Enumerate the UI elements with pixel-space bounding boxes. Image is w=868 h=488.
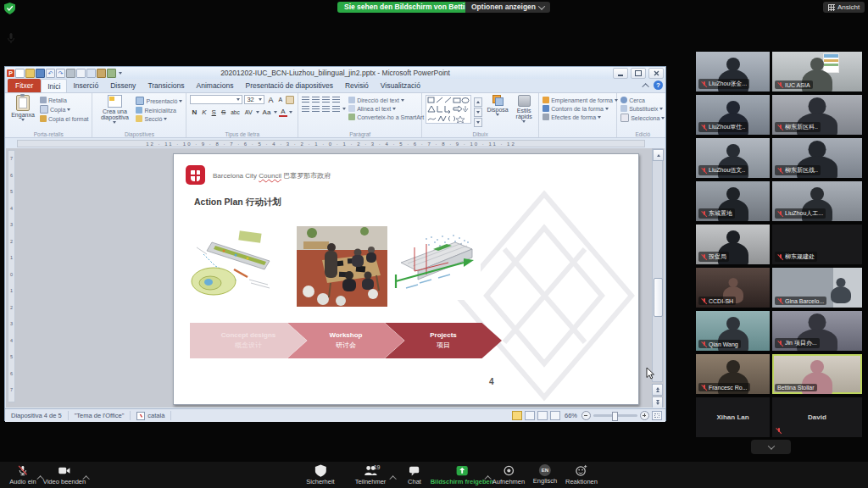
paste-button[interactable]: Enganxa [8,95,37,130]
shapes-scroll-down[interactable] [474,108,482,117]
share-options-button[interactable]: Optionen anzeigen [465,2,550,13]
arrange-button[interactable]: Disposa [485,95,510,130]
email-icon[interactable] [97,69,106,78]
participant-tile[interactable]: CCDI-SH [696,268,770,308]
quick-access-toolbar[interactable]: P ↶ ↷ [5,69,122,78]
help-icon[interactable]: ? [654,80,663,90]
slide-canvas[interactable]: Barcelona City Council 巴塞罗那市政府 Action Pl… [173,153,639,405]
align-left-icon[interactable] [302,106,309,112]
cut-button[interactable]: Retalla [40,97,88,103]
tab-slideshow[interactable]: Presentació de diapositives [239,79,338,92]
tab-review[interactable]: Revisió [339,79,375,92]
scrollbar-thumb[interactable] [654,278,663,317]
qat-dropdown-icon[interactable] [119,72,122,75]
security-button[interactable]: Sicherheit [306,464,334,485]
shape-effects-button[interactable]: Efectes de forma [542,114,618,120]
tab-home[interactable]: Inici [41,79,67,92]
indent-less-icon[interactable] [322,97,330,103]
close-button[interactable] [648,68,664,79]
chat-button[interactable]: Chat [408,464,421,485]
participant-tile-active-speaker[interactable]: Bettina Stollar [772,354,862,394]
zoom-in-button[interactable] [640,411,649,420]
tab-file[interactable]: Fitxer [8,79,41,92]
bold-button[interactable]: N [190,108,198,116]
vertical-ruler[interactable]: 7 6 5 4 3 2 1 0 1 2 3 4 5 6 7 [8,150,15,402]
participant-tile[interactable]: Jin 项目办... [772,311,862,351]
shape-outline-button[interactable]: Contorn de la forma [542,105,618,112]
font-name-combobox[interactable] [190,95,242,104]
participant-tile[interactable]: 柳东规建处 [772,225,862,264]
quick-print-icon[interactable] [107,69,116,78]
powerpoint-app-icon[interactable]: P [7,69,14,77]
participant-tile[interactable]: 柳东新区战.. [772,138,862,178]
reading-view-button[interactable] [537,411,548,420]
participants-button[interactable]: Teilnehmer 19 [355,464,387,485]
strikethrough-button[interactable]: S [220,108,227,116]
participant-tile[interactable]: Gina Barcelo... [772,268,862,308]
redo-icon[interactable]: ↷ [56,69,65,78]
horizontal-ruler[interactable]: 12 · 11 · 10 · 9 · 8 · 7 · 6 · 5 · 4 · 3… [17,140,645,147]
unmute-button[interactable]: Audio ein [9,464,36,485]
participant-tile[interactable]: LiuZhou覃仕.. [696,95,770,135]
video-options-caret[interactable] [85,469,90,484]
new-slide-button[interactable]: Crea una diapositiva [96,95,133,130]
participant-tile[interactable]: Francesc Ro... [696,354,770,394]
next-slide-button[interactable] [652,396,663,408]
zoom-slider[interactable] [593,414,637,417]
shapes-scroll-up[interactable] [474,97,482,107]
slide-sorter-view-button[interactable] [525,411,535,420]
tab-design[interactable]: Disseny [104,79,142,92]
font-color-button[interactable]: A [279,108,287,117]
select-button[interactable]: Selecciona [620,114,665,122]
shapes-more[interactable] [474,118,482,127]
participant-tile[interactable]: LiuZhou张金... [696,52,770,92]
undo-icon[interactable]: ↶ [46,69,55,78]
fit-to-window-button[interactable] [652,411,662,420]
indent-more-icon[interactable] [332,97,340,103]
save-icon[interactable] [36,69,45,78]
scroll-up-button[interactable] [653,149,664,161]
slideshow-view-button[interactable] [550,411,560,420]
font-size-combobox[interactable]: 32 [244,95,264,104]
participant-tile[interactable]: Qian Wang [696,311,770,351]
slideshow-icon[interactable] [86,69,96,78]
participant-tile[interactable]: 投促局 [696,225,770,264]
share-screen-button[interactable]: Bildschirm freigeben [431,464,494,485]
participant-tile[interactable]: 东城置地 [696,181,770,221]
change-case-button[interactable]: Aa [261,108,273,116]
title-bar[interactable]: P ↶ ↷ 20201202-IUC_BCN-Liuzhou_bilingual… [5,67,665,79]
grow-font-button[interactable]: A [266,96,275,104]
security-shield-icon[interactable] [4,3,15,14]
print-icon[interactable] [66,69,75,78]
layout-button[interactable]: Presentació [136,97,182,105]
tab-view[interactable]: Visualització [375,79,426,92]
language-status[interactable]: català [131,411,171,420]
open-file-icon[interactable] [25,69,35,78]
character-spacing-button[interactable]: AV [243,109,254,115]
replace-button[interactable]: Substitueix [620,105,665,112]
align-text-button[interactable]: Alinea el text [348,105,429,112]
copy-button[interactable]: Copia [40,105,88,114]
format-painter-button[interactable]: Copia el format [40,115,88,122]
restore-button[interactable] [631,68,646,79]
theme-name[interactable]: "Tema de l'Office" [69,411,131,420]
stop-video-button[interactable]: Video beenden [43,464,86,485]
share-options-caret[interactable] [487,469,492,484]
shrink-font-button[interactable]: A [276,97,284,103]
underline-button[interactable]: S [210,108,218,116]
align-right-icon[interactable] [322,106,330,112]
participant-tile[interactable]: 柳东新区科.. [772,95,862,135]
participant-tile[interactable]: IUC ASIA [772,52,862,92]
align-center-icon[interactable] [312,106,320,112]
clear-formatting-icon[interactable] [286,96,294,104]
columns-icon[interactable] [332,106,340,112]
print-preview-icon[interactable] [76,69,86,78]
participant-tile[interactable]: Xihan Lan [696,397,770,437]
text-shadow-button[interactable]: abc [229,109,241,115]
find-button[interactable]: Cerca [620,97,665,103]
tab-transitions[interactable]: Transicions [142,79,190,92]
reactions-button[interactable]: Reaktionen [565,464,598,485]
text-direction-button[interactable]: Direcció del text [348,97,429,103]
smartart-button[interactable]: Converteix-ho a SmartArt [348,114,429,120]
new-file-icon[interactable] [15,69,25,78]
